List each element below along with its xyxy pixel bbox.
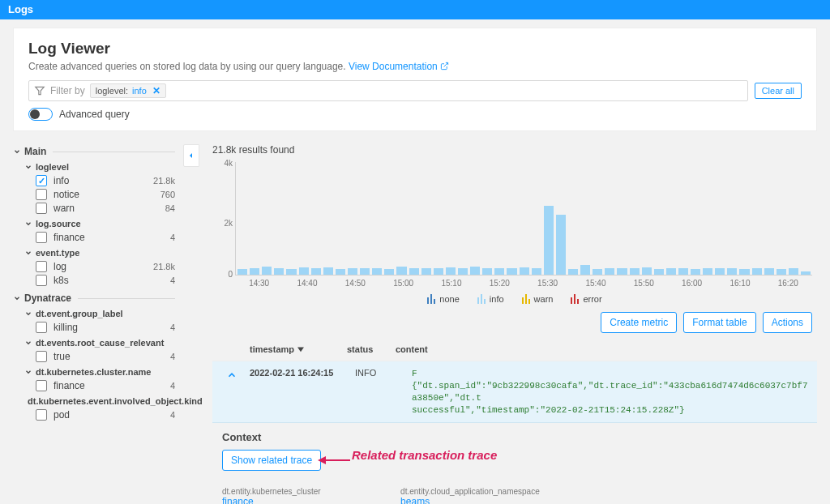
histogram-bar[interactable]	[727, 268, 737, 275]
histogram-bar[interactable]	[311, 268, 321, 275]
view-documentation-link[interactable]: View Documentation	[349, 61, 449, 72]
filter-input[interactable]: Filter by loglevel: info ✕	[28, 80, 748, 101]
histogram-bar[interactable]	[691, 269, 700, 275]
histogram-bar[interactable]	[299, 267, 309, 275]
sidebar-item[interactable]: finance4	[36, 232, 175, 243]
histogram-bar[interactable]	[801, 271, 811, 275]
checkbox[interactable]	[36, 232, 47, 243]
row-timestamp: 2022-02-21 16:24:15	[250, 368, 347, 378]
histogram-bar[interactable]	[617, 268, 627, 275]
histogram-bar[interactable]	[789, 268, 798, 275]
histogram-bar[interactable]	[678, 268, 688, 275]
sidebar-item[interactable]: info21.8k	[36, 175, 175, 186]
histogram-bar[interactable]	[458, 268, 468, 275]
histogram-bar[interactable]	[654, 269, 664, 275]
chevron-down-icon	[24, 310, 32, 318]
histogram-bar[interactable]	[605, 268, 614, 275]
histogram-bar[interactable]	[421, 268, 431, 275]
format-table-button[interactable]: Format table	[683, 312, 755, 333]
histogram-bar[interactable]	[384, 269, 394, 275]
context-value-link[interactable]: beams	[400, 496, 540, 504]
histogram-bar[interactable]	[752, 268, 762, 275]
sidebar-item[interactable]: killing4	[36, 322, 175, 333]
sidebar-item[interactable]: k8s4	[36, 275, 175, 286]
histogram-bar[interactable]	[348, 268, 357, 275]
checkbox[interactable]	[36, 351, 47, 362]
histogram-bar[interactable]	[409, 268, 419, 275]
histogram-bar[interactable]	[568, 269, 578, 275]
col-content[interactable]: content	[396, 344, 817, 354]
histogram-bar[interactable]	[482, 268, 492, 275]
histogram-bar[interactable]	[470, 267, 480, 275]
histogram-bar[interactable]	[494, 268, 504, 275]
filter-chip[interactable]: loglevel: info ✕	[90, 83, 166, 98]
sidebar-item[interactable]: pod4	[36, 409, 175, 421]
advanced-query-toggle[interactable]	[28, 108, 53, 121]
histogram-bar[interactable]	[323, 267, 333, 275]
col-status[interactable]: status	[347, 344, 396, 354]
sidebar-group-header[interactable]: dt.events.root_cause_relevant	[24, 338, 175, 348]
sidebar-group-header[interactable]: dt.event.group_label	[24, 309, 175, 318]
sidebar-group-header[interactable]: loglevel	[24, 162, 175, 172]
checkbox[interactable]	[36, 380, 47, 391]
histogram-bar[interactable]	[556, 215, 566, 275]
histogram-bar[interactable]	[507, 268, 516, 275]
row-collapse-toggle[interactable]	[222, 368, 242, 383]
sidebar-item[interactable]: notice760	[36, 189, 175, 200]
sidebar-item[interactable]: warn84	[36, 203, 175, 214]
histogram-bar[interactable]	[593, 269, 602, 275]
histogram-bar[interactable]	[372, 268, 382, 275]
sidebar-collapse-button[interactable]	[183, 144, 199, 167]
histogram-bar[interactable]	[532, 268, 541, 275]
sidebar-group-header[interactable]: event.type	[24, 248, 175, 258]
sidebar-section-header[interactable]: Dynatrace	[13, 293, 175, 304]
checkbox[interactable]	[36, 275, 47, 286]
histogram-bar[interactable]	[274, 268, 284, 275]
histogram-bar[interactable]	[739, 269, 749, 275]
histogram-bar[interactable]	[715, 268, 725, 275]
context-value-link[interactable]: finance	[222, 496, 352, 504]
table-row[interactable]: 2022-02-21 16:24:15 INFO F {"dt.span_id"…	[212, 361, 817, 423]
sidebar-item[interactable]: finance4	[36, 380, 175, 391]
histogram-bar[interactable]	[520, 267, 529, 275]
histogram-bar[interactable]	[250, 268, 259, 275]
facet-label: killing	[53, 322, 78, 333]
histogram-bar[interactable]	[286, 269, 296, 275]
sidebar-group-header[interactable]: log.source	[24, 219, 175, 229]
checkbox[interactable]	[36, 322, 47, 333]
checkbox[interactable]	[36, 409, 47, 421]
sidebar-group-header[interactable]: dt.kubernetes.event.involved_object.kind	[24, 396, 175, 406]
sidebar-item[interactable]: log21.8k	[36, 261, 175, 272]
histogram-bar[interactable]	[446, 267, 456, 275]
histogram-bar[interactable]	[630, 268, 640, 275]
chevron-up-icon	[226, 369, 237, 381]
histogram-bar[interactable]	[396, 267, 406, 275]
histogram-bar[interactable]	[777, 269, 786, 275]
histogram-bar[interactable]	[544, 206, 554, 275]
histogram-bar[interactable]	[434, 268, 443, 275]
histogram-bar[interactable]	[666, 268, 676, 275]
checkbox[interactable]	[36, 189, 47, 200]
checkbox[interactable]	[36, 203, 47, 214]
facet-label: notice	[53, 189, 79, 200]
sidebar-item[interactable]: true4	[36, 351, 175, 362]
histogram-bar[interactable]	[764, 268, 774, 275]
sidebar-group-header[interactable]: dt.kubernetes.cluster.name	[24, 367, 175, 377]
sidebar-section-header[interactable]: Main	[13, 146, 175, 157]
histogram-bar[interactable]	[360, 268, 370, 275]
actions-button[interactable]: Actions	[763, 312, 812, 333]
histogram-chart[interactable]: 4k 2k 0	[235, 162, 812, 275]
create-metric-button[interactable]: Create metric	[601, 312, 677, 333]
histogram-bar[interactable]	[642, 267, 652, 275]
histogram-bar[interactable]	[703, 268, 712, 275]
show-related-trace-button[interactable]: Show related trace	[222, 450, 321, 471]
checkbox[interactable]	[36, 261, 47, 272]
histogram-bar[interactable]	[262, 267, 272, 275]
histogram-bar[interactable]	[580, 265, 590, 275]
histogram-bar[interactable]	[336, 269, 345, 275]
clear-all-button[interactable]: Clear all	[755, 83, 802, 99]
col-timestamp[interactable]: timestamp	[250, 344, 347, 354]
chip-remove-icon[interactable]: ✕	[151, 85, 162, 96]
histogram-bar[interactable]	[237, 269, 247, 275]
checkbox[interactable]	[36, 175, 47, 186]
